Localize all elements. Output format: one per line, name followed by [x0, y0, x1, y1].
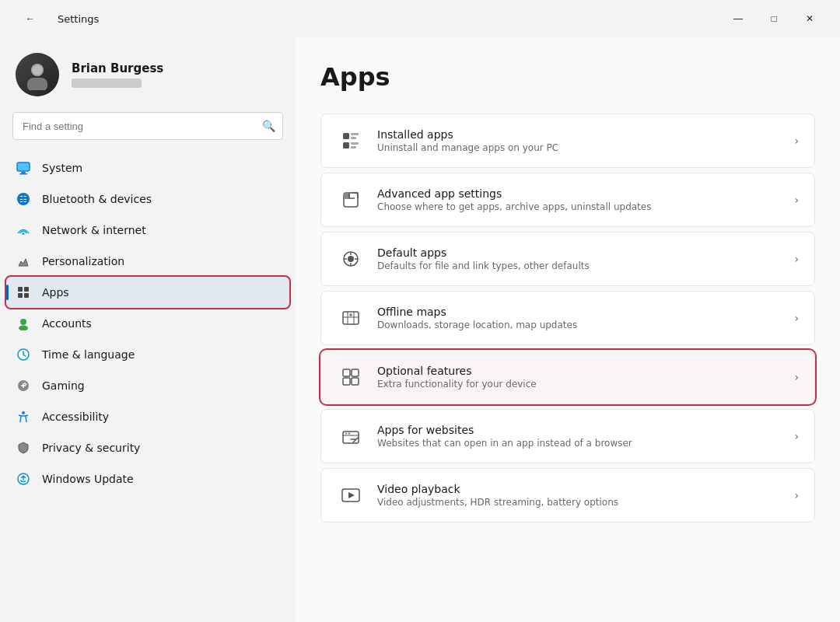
- user-info: Brian Burgess: [72, 61, 163, 88]
- svg-rect-27: [351, 146, 356, 149]
- sidebar-item-system[interactable]: System: [6, 152, 289, 183]
- titlebar: ← Settings — □ ✕: [0, 0, 840, 37]
- maximize-button[interactable]: □: [756, 6, 792, 31]
- svg-rect-23: [343, 142, 349, 149]
- svg-point-19: [24, 383, 26, 384]
- sidebar-item-accessibility[interactable]: Accessibility: [6, 401, 289, 432]
- svg-point-40: [348, 432, 350, 434]
- settings-item-installed-apps[interactable]: Installed appsUninstall and manage apps …: [320, 114, 815, 168]
- svg-point-2: [33, 65, 42, 75]
- svg-point-20: [22, 411, 25, 414]
- titlebar-title: Settings: [58, 13, 99, 25]
- settings-item-video-playback[interactable]: Video playbackVideo adjustments, HDR str…: [320, 468, 815, 522]
- default-apps-icon: [337, 245, 365, 273]
- svg-rect-11: [24, 287, 29, 292]
- advanced-app-settings-title: Advanced app settings: [377, 187, 782, 200]
- offline-maps-text: Offline mapsDownloads, storage location,…: [377, 306, 782, 330]
- close-button[interactable]: ✕: [792, 6, 828, 31]
- main-content: Apps Installed appsUninstall and manage …: [296, 37, 840, 622]
- apps-icon: [16, 285, 31, 300]
- svg-rect-34: [343, 369, 350, 376]
- sidebar-item-personalization[interactable]: Personalization: [6, 246, 289, 277]
- settings-list: Installed appsUninstall and manage apps …: [320, 114, 815, 522]
- optional-features-icon: [337, 363, 365, 391]
- apps-for-websites-chevron-icon: ›: [794, 430, 799, 442]
- sidebar: Brian Burgess 🔍 System☷Bluetooth & devic…: [0, 37, 296, 622]
- advanced-app-settings-chevron-icon: ›: [794, 194, 799, 206]
- svg-rect-12: [18, 293, 23, 298]
- svg-rect-5: [21, 172, 26, 173]
- back-button[interactable]: ←: [12, 6, 48, 31]
- sidebar-item-label-bluetooth: Bluetooth & devices: [42, 193, 152, 205]
- sidebar-item-time[interactable]: Time & language: [6, 339, 289, 370]
- default-apps-description: Defaults for file and link types, other …: [377, 260, 782, 271]
- apps-for-websites-title: Apps for websites: [377, 424, 782, 436]
- search-input[interactable]: [12, 112, 283, 140]
- user-subtitle: [72, 79, 142, 88]
- update-icon: [16, 471, 31, 487]
- svg-point-18: [26, 384, 27, 386]
- settings-item-offline-maps[interactable]: Offline mapsDownloads, storage location,…: [320, 291, 815, 345]
- offline-maps-icon: [337, 304, 365, 332]
- svg-rect-25: [351, 137, 356, 139]
- content-area: Brian Burgess 🔍 System☷Bluetooth & devic…: [0, 37, 840, 622]
- svg-point-33: [349, 313, 352, 316]
- sidebar-item-label-accounts: Accounts: [42, 317, 92, 330]
- optional-features-description: Extra functionality for your device: [377, 379, 782, 390]
- sidebar-item-privacy[interactable]: Privacy & security: [6, 432, 289, 463]
- sidebar-item-update[interactable]: Windows Update: [6, 463, 289, 494]
- sidebar-item-label-personalization: Personalization: [42, 255, 124, 267]
- offline-maps-title: Offline maps: [377, 306, 782, 318]
- titlebar-controls: — □ ✕: [720, 6, 828, 31]
- settings-item-optional-features[interactable]: Optional featuresExtra functionality for…: [320, 350, 815, 404]
- video-playback-chevron-icon: ›: [794, 489, 799, 501]
- accounts-icon: [16, 316, 31, 331]
- network-icon: [16, 222, 31, 238]
- user-name: Brian Burgess: [72, 61, 163, 75]
- sidebar-item-gaming[interactable]: Gaming: [6, 370, 289, 401]
- apps-for-websites-text: Apps for websitesWebsites that can open …: [377, 424, 782, 449]
- video-playback-icon: [337, 481, 365, 509]
- settings-item-default-apps[interactable]: Default appsDefaults for file and link t…: [320, 232, 815, 286]
- svg-rect-13: [24, 293, 29, 298]
- default-apps-text: Default appsDefaults for file and link t…: [377, 246, 782, 271]
- sidebar-item-accounts[interactable]: Accounts: [6, 308, 289, 339]
- default-apps-chevron-icon: ›: [794, 253, 799, 265]
- privacy-icon: [16, 440, 31, 456]
- installed-apps-description: Uninstall and manage apps on your PC: [377, 142, 782, 153]
- settings-item-apps-for-websites[interactable]: Apps for websitesWebsites that can open …: [320, 409, 815, 463]
- advanced-app-settings-icon: [337, 186, 365, 214]
- bluetooth-icon: ☷: [16, 191, 31, 207]
- optional-features-text: Optional featuresExtra functionality for…: [377, 365, 782, 390]
- sidebar-item-label-privacy: Privacy & security: [42, 442, 140, 454]
- sidebar-item-apps[interactable]: Apps: [6, 277, 289, 308]
- installed-apps-title: Installed apps: [377, 128, 782, 141]
- svg-rect-10: [18, 287, 23, 292]
- accessibility-icon: [16, 409, 31, 425]
- avatar: [16, 53, 59, 96]
- offline-maps-description: Downloads, storage location, map updates: [377, 320, 782, 330]
- personalization-icon: [16, 253, 31, 269]
- settings-item-advanced-app-settings[interactable]: Advanced app settingsChoose where to get…: [320, 173, 815, 227]
- sidebar-item-label-gaming: Gaming: [42, 379, 85, 392]
- apps-for-websites-icon: [337, 422, 365, 450]
- optional-features-chevron-icon: ›: [794, 371, 799, 383]
- user-profile: Brian Burgess: [0, 37, 296, 112]
- svg-rect-37: [352, 378, 359, 385]
- svg-point-39: [345, 432, 347, 434]
- minimize-button[interactable]: —: [720, 6, 756, 31]
- offline-maps-chevron-icon: ›: [794, 312, 799, 324]
- svg-point-31: [348, 256, 354, 262]
- sidebar-item-label-system: System: [42, 162, 82, 174]
- sidebar-item-label-network: Network & internet: [42, 224, 146, 236]
- sidebar-item-label-update: Windows Update: [42, 473, 134, 485]
- optional-features-title: Optional features: [377, 365, 782, 377]
- svg-rect-36: [343, 378, 350, 385]
- sidebar-item-network[interactable]: Network & internet: [6, 215, 289, 246]
- installed-apps-text: Installed appsUninstall and manage apps …: [377, 128, 782, 153]
- time-icon: [16, 347, 31, 362]
- default-apps-title: Default apps: [377, 246, 782, 259]
- sidebar-item-label-time: Time & language: [42, 348, 135, 361]
- svg-rect-35: [352, 369, 359, 376]
- sidebar-item-bluetooth[interactable]: ☷Bluetooth & devices: [6, 183, 289, 215]
